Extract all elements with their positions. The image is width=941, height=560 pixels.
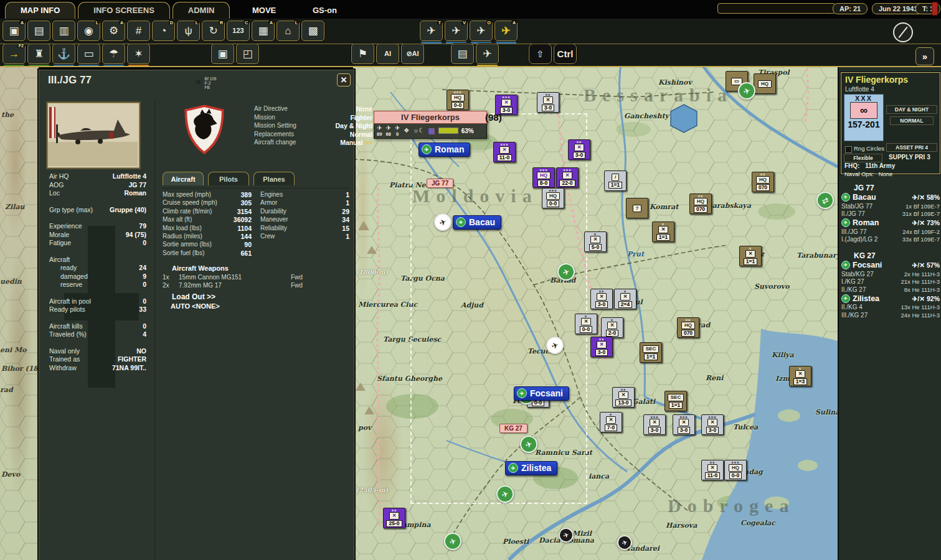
menu-tab[interactable]: MAP INFO <box>5 2 75 19</box>
unit-counter[interactable]: / 1=1 <box>604 170 627 191</box>
unit-counter[interactable]: xxx ✕ 11-0 <box>493 142 516 162</box>
close-icon[interactable]: ✕ <box>337 73 351 86</box>
toolbar-button[interactable]: ♜ <box>27 44 50 64</box>
toolbar-button[interactable]: ✈ O <box>470 21 493 41</box>
unit-counter[interactable]: xxx ✕ 3-0 <box>701 414 724 435</box>
header-input[interactable] <box>717 3 836 14</box>
toolbar-button[interactable]: ⚓ <box>52 44 75 64</box>
unit-counter[interactable]: xxx HQ 0-0 <box>447 90 469 110</box>
directive-row[interactable]: Mission Setting Day & Night <box>254 122 372 131</box>
daynight-button[interactable]: DAY & NIGHT <box>886 105 937 114</box>
toolbar-button[interactable]: ▤ <box>27 21 50 41</box>
unit-counter[interactable]: x ✕ 5-0 <box>584 231 607 252</box>
toolbar-button[interactable]: ▥ <box>52 21 75 41</box>
toolbar-button[interactable]: 123 C <box>227 21 250 41</box>
menu-item-gs[interactable]: GS-on <box>313 6 337 15</box>
unit-counter[interactable]: x ✕ 1=3 <box>789 366 811 386</box>
map-strip[interactable]: theZilauuedineni MoBihor (1849radDevo <box>0 67 39 560</box>
range-circles-checkbox[interactable] <box>845 146 852 153</box>
air-group-label[interactable]: KG 27 <box>499 424 527 433</box>
airbase-city-label[interactable]: ✈ Focsani <box>514 386 569 401</box>
toolbar-button[interactable]: ◔ D <box>152 21 175 41</box>
unit-counter[interactable]: xxx HQ 8-0 <box>532 167 555 188</box>
unit-counter[interactable]: xx HQ 070 <box>677 317 699 338</box>
unit-counter[interactable]: ? <box>626 198 648 218</box>
fliegerkorps-map-box[interactable]: IV Fliegerkorps ✈89 ✈68 ✈0 ❖ ☼☾ <box>374 111 487 139</box>
air-group-row[interactable]: ✈ Stab/JG 771x Bf 109E-7 <box>841 202 940 210</box>
unit-counter[interactable]: xxx HQ 0-0 <box>724 460 747 480</box>
unit-counter[interactable]: xx ✕ 25-0 <box>383 508 405 528</box>
air-group-row[interactable]: ✈ III./JG 7724x Bf 109F-2 <box>841 228 940 236</box>
unit-counter[interactable]: xx ✕ 3-0 <box>568 139 590 160</box>
asset-priority-button[interactable]: ASSET PRI 4 <box>886 143 937 152</box>
toolbar-button[interactable]: → F2 <box>2 44 26 64</box>
toolbar-button[interactable]: ▤ <box>451 44 474 64</box>
hq-counter[interactable]: XXX ∞ 157-201 <box>844 94 884 141</box>
toolbar-button[interactable]: Ctrl <box>554 44 577 64</box>
air-group-row[interactable]: ✈ Stab/KG 272x He 111H-3 <box>841 270 940 278</box>
air-group-label[interactable]: JG 77 <box>427 179 453 188</box>
toolbar-button[interactable]: ☂ <box>102 44 125 64</box>
toolbar-button[interactable]: ⇧ <box>529 44 552 64</box>
normal-button[interactable]: NORMAL <box>890 116 934 125</box>
unit-counter[interactable]: xxx ✕ 3-0 <box>673 414 695 435</box>
flexible-button[interactable]: Flexible <box>844 154 882 162</box>
unit-counter[interactable]: xx HQ 070 <box>752 172 774 192</box>
air-group-row[interactable]: ✈ JG 77 <box>841 183 940 192</box>
unit-counter[interactable]: HQ <box>754 73 776 94</box>
toolbar-button[interactable]: ↻ R <box>202 21 225 41</box>
expand-toolbar-button[interactable]: » <box>915 47 934 65</box>
unit-counter[interactable]: xx ✕ 3-0 <box>537 92 559 113</box>
air-group-row[interactable]: ✈ I.(Jagd)/LG 233x Bf 109E-7 <box>841 236 940 244</box>
unit-counter[interactable]: xx ✕ 13-0 <box>612 387 635 408</box>
toolbar-button[interactable]: ▣ <box>211 44 234 64</box>
toolbar-button[interactable]: ψ L <box>177 21 200 41</box>
air-group-row[interactable]: ✈ I./KG 2721x He 111H-3 <box>841 278 940 286</box>
detail-tab[interactable]: Aircraft <box>163 172 204 185</box>
unit-counter[interactable]: xxx HQ 0-0 <box>542 188 564 208</box>
toolbar-button[interactable]: ✶ <box>127 44 150 64</box>
toolbar-button[interactable]: ▦ A <box>252 21 275 41</box>
unit-counter[interactable]: xx HQ 070 <box>689 194 712 214</box>
unit-counter[interactable]: x ✕ 2-0 <box>601 317 623 338</box>
detail-tab[interactable]: Pilots <box>208 172 249 185</box>
toolbar-button[interactable]: ▭ <box>77 44 100 64</box>
unit-counter[interactable]: x ✕ 1=1 <box>652 222 674 242</box>
airbase-city-label[interactable]: ✈ Roman <box>418 142 470 157</box>
supply-priority-label[interactable]: SUPPLY PRI 3 <box>889 154 930 161</box>
toolbar-button[interactable]: # <box>127 21 150 41</box>
toolbar-button[interactable]: ◉ L <box>77 21 100 41</box>
menu-tab[interactable]: ADMIN <box>173 2 230 19</box>
unit-counter[interactable]: x ✕ 1=1 <box>739 246 762 266</box>
toolbar-button[interactable]: ✈ A <box>494 21 518 41</box>
map-viewport[interactable]: BessarabiaMoldoviaDobrogea KishinovTiras… <box>353 67 838 560</box>
loadout-button[interactable]: Load Out >> <box>163 292 349 301</box>
toolbar-button[interactable]: ⊘AI <box>401 44 424 64</box>
unit-counter[interactable]: xxx ✕ 3-0 <box>643 414 666 435</box>
unit-counter[interactable]: xxx ✕ 22-0 <box>556 167 579 188</box>
air-group-row[interactable]: ✈ Zilistea✈/✕ 92% <box>841 294 940 304</box>
air-group-row[interactable]: ✈ II./KG 278x He 111H-3 <box>841 286 940 294</box>
unit-counter[interactable]: x ✕ 7-0 <box>600 412 622 432</box>
unit-counter[interactable]: x ✕ 2=4 <box>614 289 636 309</box>
air-group-row[interactable]: ✈ II./JG 7731x Bf 109E-7 <box>841 210 940 218</box>
air-group-row[interactable]: ✈ Bacau✈/✕ 58% <box>841 192 940 202</box>
unit-counter[interactable]: xx ✕ 11-0 <box>701 460 724 480</box>
airbase-city-label[interactable]: ✈ Zilistea <box>505 461 557 475</box>
directive-row[interactable]: Air Directive None <box>254 105 372 114</box>
toolbar-button[interactable]: ▣ A <box>2 21 26 41</box>
air-group-row[interactable]: ✈ III./KG 2724x He 111H-3 <box>841 311 940 319</box>
directive-row[interactable]: Replacements Normal <box>254 131 372 139</box>
directive-row[interactable]: Mission Fighter <box>254 114 372 123</box>
toolbar-button[interactable]: ✈ T <box>420 21 443 41</box>
unit-counter[interactable]: xx ✕ 3-0 <box>590 289 613 309</box>
air-group-row[interactable]: ✈ KG 27 <box>841 251 940 260</box>
menu-item-move[interactable]: MOVE <box>252 6 276 15</box>
directive-row[interactable]: Aircraft change Manual>> <box>254 139 372 147</box>
toolbar-button[interactable]: ⌂ L <box>277 21 300 41</box>
air-group-row[interactable]: ✈ Roman✈/✕ 73% <box>841 218 940 228</box>
compass-icon[interactable] <box>893 22 913 42</box>
unit-counter[interactable]: x ✕ 0-0 <box>575 314 597 334</box>
air-group-row[interactable]: ✈ Focsani✈/✕ 57% <box>841 260 940 270</box>
menu-tab[interactable]: INFO SCREENS <box>78 2 170 19</box>
